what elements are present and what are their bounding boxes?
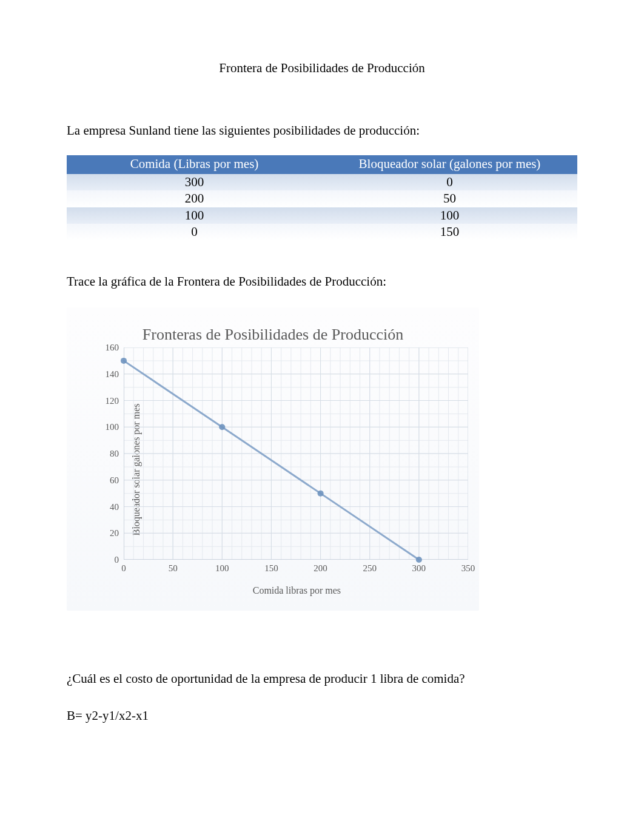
table-header-bloqueador: Bloqueador solar (galones por mes) [322,155,577,174]
svg-point-72 [121,358,127,364]
intro-paragraph: La empresa Sunland tiene las siguientes … [67,123,577,138]
svg-point-73 [219,424,225,430]
x-tick-label: 200 [314,560,327,574]
y-tick-label: 60 [110,475,124,485]
table-row: 0 150 [67,224,577,240]
x-axis-label: Comida libras por mes [253,585,341,596]
svg-point-74 [318,491,324,497]
table-row: 100 100 [67,207,577,224]
y-tick-label: 20 [110,528,124,538]
line-svg [124,347,468,560]
cell: 100 [67,207,322,224]
y-tick-label: 80 [110,449,124,459]
cell: 150 [322,224,577,240]
y-tick-label: 140 [106,369,124,379]
x-tick-label: 350 [461,560,475,574]
question-paragraph: ¿Cuál es el costo de oportunidad de la e… [67,671,577,686]
plot-area: 0204060801001201401600501001502002503003… [124,347,468,560]
table-header-comida: Comida (Libras por mes) [67,155,322,174]
x-tick-label: 150 [264,560,278,574]
y-tick-label: 40 [110,501,124,512]
cell: 100 [322,207,577,224]
production-table: Comida (Libras por mes) Bloqueador solar… [67,155,577,240]
y-tick-label: 120 [106,395,124,406]
x-tick-label: 250 [363,560,377,574]
cell: 0 [322,174,577,190]
cell: 200 [67,190,322,207]
cell: 50 [322,190,577,207]
instruction-paragraph: Trace la gráfica de la Frontera de Posib… [67,274,577,289]
table-row: 200 50 [67,190,577,207]
table-row: 300 0 [67,174,577,190]
cell: 300 [67,174,322,190]
y-tick-label: 160 [106,343,124,353]
x-tick-label: 100 [215,560,229,574]
chart-container: Fronteras de Posibilidades de Producción… [67,307,479,611]
page-title: Frontera de Posibilidades de Producción [67,61,577,76]
cell: 0 [67,224,322,240]
x-tick-label: 0 [121,560,126,574]
chart-title: Fronteras de Posibilidades de Producción [74,326,472,344]
formula-text: B= y2-y1/x2-x1 [67,708,577,723]
x-tick-label: 300 [412,560,426,574]
y-tick-label: 100 [106,422,124,432]
x-tick-label: 50 [169,560,178,574]
